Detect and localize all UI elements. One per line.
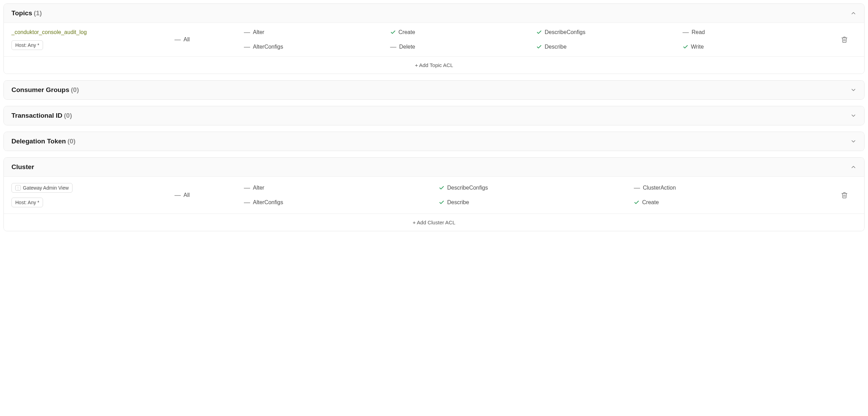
chevron-down-icon[interactable] xyxy=(850,87,857,93)
topic-perm-grid: —Alter Create DescribeConfigs —Read —Alt… xyxy=(244,29,832,50)
perm-describeconfigs[interactable]: DescribeConfigs xyxy=(439,185,630,191)
dash-icon: — xyxy=(390,44,397,50)
topics-count: (1) xyxy=(34,9,42,17)
transactional-id-header[interactable]: Transactional ID (0) xyxy=(4,106,864,125)
dash-icon: — xyxy=(244,185,250,191)
topics-header[interactable]: Topics (1) xyxy=(4,4,864,23)
transactional-id-section: Transactional ID (0) xyxy=(3,106,865,125)
check-icon xyxy=(683,44,688,50)
dash-icon: — xyxy=(175,192,181,198)
consumer-groups-header[interactable]: Consumer Groups (0) xyxy=(4,81,864,99)
check-icon xyxy=(634,200,639,205)
add-cluster-acl-button[interactable]: + Add Cluster ACL xyxy=(4,214,864,231)
chevron-up-icon[interactable] xyxy=(850,10,857,16)
perm-alterconfigs[interactable]: —AlterConfigs xyxy=(244,44,387,50)
perm-all-label: All xyxy=(184,36,190,43)
perm-describeconfigs[interactable]: DescribeConfigs xyxy=(536,29,679,35)
perm-all-label: All xyxy=(184,192,190,198)
delegation-token-title: Delegation Token xyxy=(11,138,66,145)
consumer-groups-count: (0) xyxy=(71,86,79,93)
delete-button[interactable] xyxy=(832,192,857,199)
perm-alter[interactable]: —Alter xyxy=(244,185,435,191)
delegation-token-count: (0) xyxy=(67,138,75,145)
perm-all[interactable]: — All xyxy=(175,192,244,198)
perm-clusteraction[interactable]: —ClusterAction xyxy=(634,185,825,191)
perm-alterconfigs[interactable]: —AlterConfigs xyxy=(244,199,435,206)
cluster-section: Cluster ⋮ Gateway Admin View Host: Any *… xyxy=(3,157,865,231)
chevron-down-icon[interactable] xyxy=(850,113,857,119)
delete-button[interactable] xyxy=(832,36,857,43)
transactional-id-count: (0) xyxy=(64,112,72,119)
perm-alter[interactable]: —Alter xyxy=(244,29,387,35)
check-icon xyxy=(390,30,396,35)
delegation-token-section: Delegation Token (0) xyxy=(3,132,865,151)
cluster-acl-row: ⋮ Gateway Admin View Host: Any * — All —… xyxy=(4,176,864,214)
topic-acl-row: _conduktor_console_audit_log Host: Any *… xyxy=(4,23,864,56)
host-chip[interactable]: Host: Any * xyxy=(11,40,43,50)
dash-icon: — xyxy=(244,29,250,35)
perm-describe[interactable]: Describe xyxy=(536,44,679,50)
cluster-title: Cluster xyxy=(11,163,34,170)
consumer-groups-section: Consumer Groups (0) xyxy=(3,80,865,100)
perm-all[interactable]: — All xyxy=(175,36,244,43)
perm-write[interactable]: Write xyxy=(683,44,826,50)
gateway-chip[interactable]: ⋮ Gateway Admin View xyxy=(11,183,73,193)
dash-icon: — xyxy=(244,199,250,206)
topics-section: Topics (1) _conduktor_console_audit_log … xyxy=(3,3,865,74)
perm-create[interactable]: Create xyxy=(390,29,533,35)
dash-icon: — xyxy=(175,36,181,43)
check-icon xyxy=(536,44,542,50)
cluster-body: ⋮ Gateway Admin View Host: Any * — All —… xyxy=(4,176,864,231)
dash-icon: — xyxy=(244,44,250,50)
transactional-id-title: Transactional ID xyxy=(11,112,62,119)
dash-icon: — xyxy=(683,29,689,35)
perm-read[interactable]: —Read xyxy=(683,29,826,35)
cluster-header[interactable]: Cluster xyxy=(4,158,864,176)
check-icon xyxy=(439,200,444,205)
topics-body: _conduktor_console_audit_log Host: Any *… xyxy=(4,23,864,74)
check-icon xyxy=(439,185,444,191)
add-topic-acl-button[interactable]: + Add Topic ACL xyxy=(4,56,864,74)
perm-describe[interactable]: Describe xyxy=(439,199,630,206)
chevron-down-icon[interactable] xyxy=(850,138,857,144)
chevron-up-icon[interactable] xyxy=(850,164,857,170)
topic-name[interactable]: _conduktor_console_audit_log xyxy=(11,29,87,35)
perm-create[interactable]: Create xyxy=(634,199,825,206)
host-chip[interactable]: Host: Any * xyxy=(11,198,43,207)
kafka-icon: ⋮ xyxy=(15,185,21,191)
dash-icon: — xyxy=(634,185,640,191)
gateway-chip-label: Gateway Admin View xyxy=(23,185,69,191)
check-icon xyxy=(536,30,542,35)
perm-delete[interactable]: —Delete xyxy=(390,44,533,50)
topics-title: Topics xyxy=(11,9,32,17)
delegation-token-header[interactable]: Delegation Token (0) xyxy=(4,132,864,151)
consumer-groups-title: Consumer Groups xyxy=(11,86,69,93)
cluster-perm-grid: —Alter DescribeConfigs —ClusterAction —A… xyxy=(244,185,832,206)
